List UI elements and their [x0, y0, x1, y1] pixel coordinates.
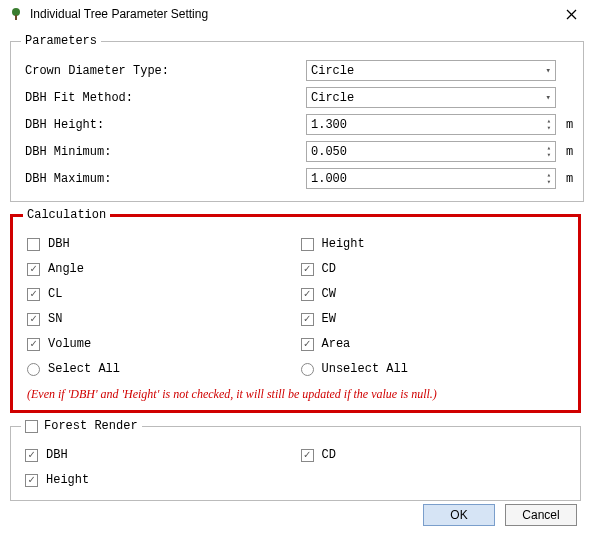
radio-label: Select All [48, 362, 120, 376]
calc-checkbox-item[interactable]: EW [301, 309, 565, 329]
dbh-fit-method-value: Circle [311, 91, 354, 105]
checkbox-label: Volume [48, 337, 91, 351]
checkbox[interactable] [301, 449, 314, 462]
window-title: Individual Tree Parameter Setting [30, 7, 559, 21]
app-icon [8, 6, 24, 22]
dbh-height-spinner[interactable]: 1.300 ▴▾ [306, 114, 556, 135]
checkbox-label: Angle [48, 262, 84, 276]
crown-diameter-type-combo[interactable]: Circle ▾ [306, 60, 556, 81]
unit-m: m [566, 118, 573, 132]
checkbox-label: CD [322, 262, 336, 276]
checkbox[interactable] [301, 288, 314, 301]
crown-diameter-type-value: Circle [311, 64, 354, 78]
forest-checkbox-item[interactable]: DBH [25, 445, 291, 465]
forest-checkbox-item[interactable]: CD [301, 445, 567, 465]
calc-checkbox-item[interactable]: DBH [27, 234, 291, 254]
unit-m: m [566, 145, 573, 159]
ok-button[interactable]: OK [423, 504, 495, 526]
checkbox[interactable] [301, 338, 314, 351]
checkbox[interactable] [27, 238, 40, 251]
checkbox-label: CL [48, 287, 62, 301]
spin-arrows-icon: ▴▾ [547, 118, 551, 132]
dbh-minimum-spinner[interactable]: 0.050 ▴▾ [306, 141, 556, 162]
dbh-maximum-value: 1.000 [311, 172, 347, 186]
checkbox[interactable] [27, 338, 40, 351]
unit-m: m [566, 172, 573, 186]
forest-render-checkbox[interactable] [25, 420, 38, 433]
checkbox[interactable] [301, 238, 314, 251]
checkbox[interactable] [301, 313, 314, 326]
calculation-group: Calculation DBHHeightAngleCDCLCWSNEWVolu… [10, 208, 581, 413]
svg-point-0 [12, 8, 20, 16]
svg-rect-1 [15, 15, 17, 20]
calculation-legend: Calculation [23, 208, 110, 222]
close-button[interactable] [559, 4, 583, 24]
cancel-button[interactable]: Cancel [505, 504, 577, 526]
crown-diameter-type-label: Crown Diameter Type: [21, 64, 306, 78]
calc-checkbox-item[interactable]: CD [301, 259, 565, 279]
chevron-down-icon: ▾ [546, 65, 551, 76]
checkbox[interactable] [25, 474, 38, 487]
checkbox-label: EW [322, 312, 336, 326]
titlebar: Individual Tree Parameter Setting [0, 0, 591, 28]
button-row: OK Cancel [423, 504, 577, 526]
checkbox[interactable] [27, 263, 40, 276]
checkbox[interactable] [27, 313, 40, 326]
spin-arrows-icon: ▴▾ [547, 145, 551, 159]
calc-checkbox-item[interactable]: Height [301, 234, 565, 254]
parameters-legend: Parameters [21, 34, 101, 48]
unselect-all-radio[interactable]: Unselect All [301, 359, 565, 379]
checkbox[interactable] [27, 288, 40, 301]
calc-checkbox-item[interactable]: SN [27, 309, 291, 329]
checkbox[interactable] [301, 263, 314, 276]
checkbox-label: DBH [48, 237, 70, 251]
radio[interactable] [301, 363, 314, 376]
chevron-down-icon: ▾ [546, 92, 551, 103]
dbh-fit-method-combo[interactable]: Circle ▾ [306, 87, 556, 108]
dbh-height-label: DBH Height: [21, 118, 306, 132]
dbh-height-value: 1.300 [311, 118, 347, 132]
checkbox-label: Height [46, 473, 89, 487]
calc-checkbox-item[interactable]: Area [301, 334, 565, 354]
dbh-minimum-value: 0.050 [311, 145, 347, 159]
dbh-minimum-label: DBH Minimum: [21, 145, 306, 159]
checkbox-label: SN [48, 312, 62, 326]
spin-arrows-icon: ▴▾ [547, 172, 551, 186]
checkbox-label: CW [322, 287, 336, 301]
select-all-radio[interactable]: Select All [27, 359, 291, 379]
checkbox-label: Height [322, 237, 365, 251]
checkbox-label: CD [322, 448, 336, 462]
forest-checkbox-item[interactable]: Height [25, 470, 291, 490]
checkbox-label: DBH [46, 448, 68, 462]
checkbox[interactable] [25, 449, 38, 462]
checkbox-label: Area [322, 337, 351, 351]
parameters-group: Parameters Crown Diameter Type: Circle ▾… [10, 34, 584, 202]
dbh-maximum-spinner[interactable]: 1.000 ▴▾ [306, 168, 556, 189]
calc-checkbox-item[interactable]: Volume [27, 334, 291, 354]
calculation-note: (Even if 'DBH' and 'Height' is not check… [23, 387, 568, 402]
radio[interactable] [27, 363, 40, 376]
radio-label: Unselect All [322, 362, 408, 376]
dbh-maximum-label: DBH Maximum: [21, 172, 306, 186]
forest-render-group: Forest Render DBHCDHeight [10, 419, 581, 501]
forest-render-legend: Forest Render [44, 419, 138, 433]
close-icon [566, 9, 577, 20]
dbh-fit-method-label: DBH Fit Method: [21, 91, 306, 105]
calc-checkbox-item[interactable]: Angle [27, 259, 291, 279]
calc-checkbox-item[interactable]: CL [27, 284, 291, 304]
calc-checkbox-item[interactable]: CW [301, 284, 565, 304]
